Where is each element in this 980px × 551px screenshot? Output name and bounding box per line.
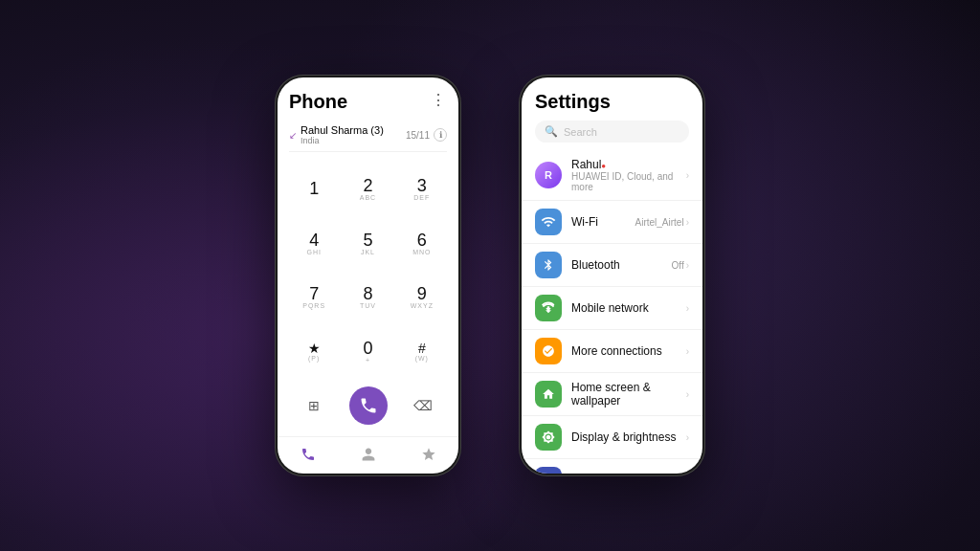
settings-item-display[interactable]: Display & brightness › — [522, 416, 702, 459]
phone-app-title: Phone — [289, 91, 347, 113]
wifi-icon — [535, 209, 562, 235]
profile-content: Rahul● HUAWEI ID, Cloud, and more — [571, 158, 686, 192]
recent-call-left: ↙ Rahul Sharma (3) India — [289, 124, 384, 145]
settings-item-mobile[interactable]: Mobile network › — [522, 287, 702, 330]
phone-app-header: Phone ⋮ — [289, 91, 447, 113]
dial-key-0[interactable]: 0 + — [343, 326, 392, 377]
settings-list: R Rahul● HUAWEI ID, Cloud, and more › — [522, 150, 702, 474]
bluetooth-right: Off › — [672, 260, 690, 271]
mobile-network-content: Mobile network — [571, 301, 686, 315]
missed-call-icon: ↙ — [289, 130, 297, 141]
settings-screen: Settings 🔍 Search R Rahul● HUAWEI ID, Cl… — [522, 77, 702, 474]
call-meta: 15/11 ℹ — [406, 128, 447, 142]
dial-key-8[interactable]: 8 TUV — [343, 273, 392, 323]
settings-item-wifi[interactable]: Wi-Fi Airtel_Airtel › — [522, 201, 702, 244]
search-icon: 🔍 — [545, 125, 558, 138]
wifi-right: Airtel_Airtel › — [635, 217, 689, 228]
wifi-label: Wi-Fi — [571, 215, 635, 229]
caller-name: Rahul Sharma (3) — [301, 124, 384, 136]
wifi-value: Airtel_Airtel — [635, 217, 684, 228]
dial-key-star[interactable]: ★ (P) — [289, 326, 339, 377]
home-screen-label: Home screen & wallpaper — [571, 381, 686, 408]
settings-item-sounds[interactable]: Sounds & vibration › — [522, 459, 702, 474]
dial-key-6[interactable]: 6 MNO — [397, 218, 447, 269]
mobile-network-label: Mobile network — [571, 301, 686, 315]
settings-app: Settings 🔍 Search R Rahul● HUAWEI ID, Cl… — [522, 77, 702, 474]
phone-app: Phone ⋮ ↙ Rahul Sharma (3) India 15/11 ℹ — [278, 77, 458, 436]
chevron-right-icon: › — [686, 170, 689, 181]
phone-device: Phone ⋮ ↙ Rahul Sharma (3) India 15/11 ℹ — [275, 75, 461, 476]
dial-key-7[interactable]: 7 PQRS — [289, 273, 339, 323]
bluetooth-icon — [535, 252, 562, 278]
recents-icon — [301, 447, 316, 462]
favorites-icon — [421, 447, 436, 462]
bluetooth-label: Bluetooth — [571, 258, 672, 272]
settings-title: Settings — [535, 91, 689, 113]
home-screen-icon — [535, 381, 562, 408]
contacts-icon — [361, 447, 376, 462]
connections-right: › — [686, 346, 689, 357]
recent-call-item[interactable]: ↙ Rahul Sharma (3) India 15/11 ℹ — [289, 119, 447, 152]
call-count: 15/11 — [406, 130, 430, 141]
search-placeholder: Search — [564, 126, 597, 138]
call-info-button[interactable]: ℹ — [434, 128, 447, 142]
call-details: Rahul Sharma (3) India — [301, 124, 384, 145]
nav-contacts-button[interactable] — [357, 443, 380, 466]
dial-key-4[interactable]: 4 GHI — [289, 218, 339, 269]
display-label: Display & brightness — [571, 430, 686, 444]
profile-name: Rahul● — [571, 158, 686, 171]
dial-key-1[interactable]: 1 — [289, 164, 339, 214]
settings-item-more-connections[interactable]: More connections › — [522, 330, 702, 373]
chevron-right-icon: › — [686, 346, 689, 357]
dialpad: 1 2 ABC 3 DEF 4 GHI 5 JKL — [289, 160, 447, 381]
more-connections-content: More connections — [571, 344, 686, 358]
more-connections-label: More connections — [571, 344, 686, 358]
nav-recents-button[interactable] — [297, 443, 320, 466]
more-connections-icon — [535, 338, 562, 364]
profile-avatar: R — [535, 162, 562, 188]
sounds-icon — [535, 467, 562, 474]
settings-header: Settings 🔍 Search — [522, 77, 702, 150]
home-right: › — [686, 389, 689, 400]
display-icon — [535, 424, 562, 451]
display-right: › — [686, 432, 689, 443]
caller-country: India — [301, 136, 384, 145]
settings-search-bar[interactable]: 🔍 Search — [535, 121, 689, 143]
mobile-network-icon — [535, 295, 562, 321]
home-screen-content: Home screen & wallpaper — [571, 381, 686, 408]
settings-item-home[interactable]: Home screen & wallpaper › — [522, 373, 702, 416]
settings-device: Settings 🔍 Search R Rahul● HUAWEI ID, Cl… — [519, 75, 705, 476]
dial-key-5[interactable]: 5 JKL — [343, 218, 392, 269]
dial-key-3[interactable]: 3 DEF — [397, 164, 447, 214]
dial-key-9[interactable]: 9 WXYZ — [397, 273, 447, 323]
call-button[interactable] — [349, 386, 388, 425]
profile-chevron: › — [686, 170, 689, 181]
display-content: Display & brightness — [571, 430, 686, 444]
mobile-right: › — [686, 303, 689, 314]
contacts-grid-button[interactable]: ⊞ — [301, 392, 327, 419]
settings-item-bluetooth[interactable]: Bluetooth Off › — [522, 244, 702, 287]
dial-key-hash[interactable]: # (W) — [397, 326, 447, 377]
phone-navbar — [278, 436, 458, 474]
chevron-right-icon: › — [686, 260, 689, 271]
bluetooth-content: Bluetooth — [571, 258, 672, 272]
chevron-right-icon: › — [686, 432, 689, 443]
more-options-icon[interactable]: ⋮ — [431, 91, 447, 109]
bluetooth-value: Off — [672, 260, 684, 271]
wifi-content: Wi-Fi — [571, 215, 635, 229]
delete-button[interactable]: ⌫ — [410, 392, 436, 419]
chevron-right-icon: › — [686, 389, 689, 400]
nav-favorites-button[interactable] — [417, 443, 440, 466]
profile-subtitle: HUAWEI ID, Cloud, and more — [571, 171, 686, 192]
call-icon — [359, 396, 378, 415]
settings-item-profile[interactable]: R Rahul● HUAWEI ID, Cloud, and more › — [522, 150, 702, 201]
phone-screen: Phone ⋮ ↙ Rahul Sharma (3) India 15/11 ℹ — [278, 77, 458, 474]
dial-key-2[interactable]: 2 ABC — [343, 164, 392, 214]
dialpad-action-bar: ⊞ ⌫ — [289, 381, 447, 429]
chevron-right-icon: › — [686, 217, 689, 228]
chevron-right-icon: › — [686, 303, 689, 314]
